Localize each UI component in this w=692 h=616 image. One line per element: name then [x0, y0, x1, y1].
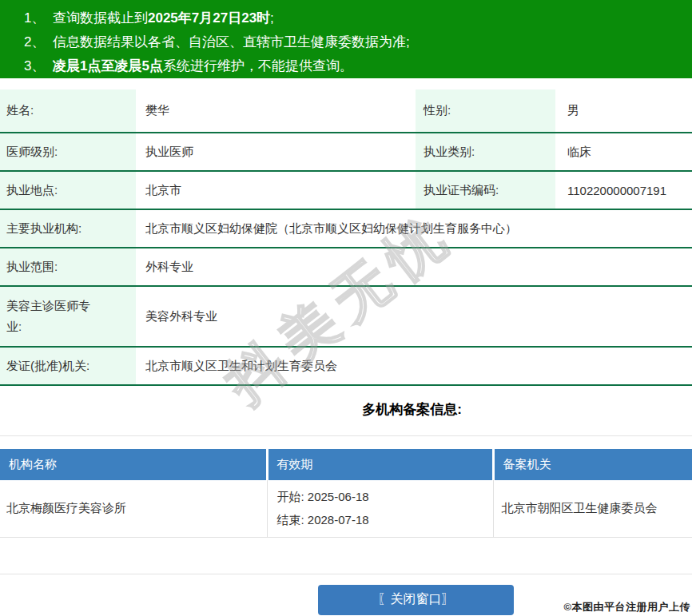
main-org-label: 主要执业机构:: [0, 209, 136, 248]
notice-item: 1、 查询数据截止到2025年7月27日23时;: [24, 6, 684, 30]
table-row: 医师级别: 执业医师 执业类别: 临床: [0, 133, 692, 171]
place-value: 北京市: [136, 171, 416, 209]
name-value: 樊华: [136, 89, 416, 133]
issuer-value: 北京市顺义区卫生和计划生育委员会: [136, 347, 692, 385]
notice-number: 2、: [24, 30, 53, 54]
notice-text-normal: 系统进行维护，不能提供查询。: [163, 58, 353, 74]
main-org-value: 北京市顺义区妇幼保健院（北京市顺义区妇幼保健计划生育服务中心）: [136, 209, 692, 248]
column-header-authority: 备案机关: [493, 449, 692, 480]
name-label: 姓名:: [0, 89, 136, 133]
notice-text-bold: 凌晨1点至凌晨5点: [53, 58, 163, 74]
multi-org-filing-table: 机构名称 有效期 备案机关 北京梅颜医疗美容诊所 开始: 2025-06-18 …: [0, 449, 692, 538]
table-row: 美容主诊医师专业: 美容外科专业: [0, 286, 692, 347]
cert-value: 110220000007191: [555, 171, 692, 209]
notice-item: 3、 凌晨1点至凌晨5点系统进行维护，不能提供查询。: [24, 54, 684, 78]
level-label: 医师级别:: [0, 133, 136, 171]
beauty-specialty-label: 美容主诊医师专业:: [0, 286, 136, 347]
doctor-info-table: 姓名: 樊华 性别: 男 医师级别: 执业医师 执业类别: 临床 执业地点: 北…: [0, 89, 692, 386]
table-row: 主要执业机构: 北京市顺义区妇幼保健院（北京市顺义区妇幼保健计划生育服务中心）: [0, 209, 692, 248]
filing-authority: 北京市朝阳区卫生健康委员会: [493, 480, 692, 537]
notice-number: 3、: [24, 54, 53, 78]
notice-text-normal: 信息数据结果以各省、自治区、直辖市卫生健康委数据为准;: [53, 34, 410, 50]
scope-label: 执业范围:: [0, 248, 136, 286]
place-label: 执业地点:: [0, 171, 136, 209]
notice-text-bold: 2025年7月27日23时: [148, 10, 270, 26]
level-value: 执业医师: [136, 133, 416, 171]
filing-org-name: 北京梅颜医疗美容诊所: [0, 480, 267, 537]
notice-number: 1、: [24, 6, 53, 30]
notice-text-normal: 查询数据截止到: [53, 10, 148, 26]
beauty-specialty-label-text: 美容主诊医师专业:: [6, 296, 95, 337]
column-header-validity: 有效期: [267, 449, 493, 480]
beauty-specialty-value: 美容外科专业: [136, 286, 692, 347]
validity-end: 结束: 2028-07-18: [277, 508, 493, 531]
scope-value: 外科专业: [136, 248, 692, 286]
filing-validity: 开始: 2025-06-18 结束: 2028-07-18: [267, 480, 493, 537]
table-row: 执业范围: 外科专业: [0, 248, 692, 286]
notice-text-normal: ;: [270, 10, 274, 26]
issuer-label: 发证(批准)机关:: [0, 347, 136, 385]
platform-credit-watermark: ©本图由平台注册用户上传: [563, 600, 690, 614]
multi-org-section-title: 多机构备案信息:: [0, 400, 692, 416]
filing-header-row: 机构名称 有效期 备案机关: [0, 449, 692, 480]
filing-data-row: 北京梅颜医疗美容诊所 开始: 2025-06-18 结束: 2028-07-18…: [0, 480, 692, 537]
close-window-button[interactable]: 〖关闭窗口〗: [318, 585, 514, 615]
notice-text: 查询数据截止到2025年7月27日23时;: [53, 6, 274, 30]
table-row: 发证(批准)机关: 北京市顺义区卫生和计划生育委员会: [0, 347, 692, 385]
divider: [0, 574, 692, 574]
category-value: 临床: [555, 133, 692, 171]
notice-banner: 1、 查询数据截止到2025年7月27日23时; 2、 信息数据结果以各省、自治…: [0, 0, 692, 78]
column-header-org: 机构名称: [0, 449, 267, 480]
table-row: 姓名: 樊华 性别: 男: [0, 89, 692, 133]
notice-item: 2、 信息数据结果以各省、自治区、直辖市卫生健康委数据为准;: [24, 30, 684, 54]
cert-label: 执业证书编码:: [416, 171, 555, 209]
table-row: 执业地点: 北京市 执业证书编码: 110220000007191: [0, 171, 692, 209]
divider: [0, 435, 692, 436]
category-label: 执业类别:: [416, 133, 555, 171]
query-result-page: 1、 查询数据截止到2025年7月27日23时; 2、 信息数据结果以各省、自治…: [0, 0, 692, 616]
gender-value: 男: [555, 89, 692, 133]
validity-start: 开始: 2025-06-18: [277, 485, 493, 508]
notice-text: 凌晨1点至凌晨5点系统进行维护，不能提供查询。: [53, 54, 353, 78]
notice-text: 信息数据结果以各省、自治区、直辖市卫生健康委数据为准;: [53, 30, 410, 54]
gender-label: 性别:: [416, 89, 555, 133]
